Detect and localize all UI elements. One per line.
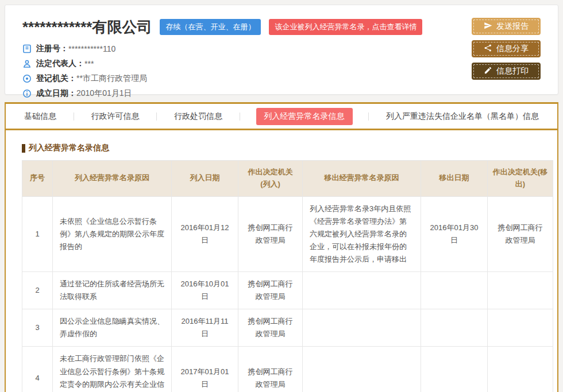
paper-plane-icon (484, 21, 492, 32)
abnormal-alert-badge[interactable]: 该企业被列入经营异常名录，点击查看详情 (269, 19, 422, 35)
print-info-button[interactable]: 信息打印 (472, 63, 541, 80)
column-header: 作出决定机关(移出) (488, 161, 553, 197)
info-row-legal-person: 法定代表人： *** (22, 56, 541, 71)
section-title: 列入经营异常名录信息 (29, 143, 109, 153)
registration-number-icon (22, 44, 32, 53)
table-cell: 未依照《企业信息公示暂行条例》第八条规定的期限公示年度报告的 (53, 196, 172, 271)
print-info-label: 信息打印 (496, 66, 529, 76)
table-row: 2通过登记的住所或者经营场所无法取得联系2016年10月01日携创网工商行政管理… (22, 272, 553, 309)
table-cell (303, 309, 421, 347)
table-cell (303, 347, 421, 392)
info-row-registry-authority: 登记机关： **市工商行政管理局 (22, 71, 541, 86)
table-cell: 列入经营异常名录3年内且依照《经营异常名录管理办法》第六规定被列入经营异常名录的… (303, 196, 421, 271)
column-header: 序号 (22, 161, 53, 197)
section-title-bar-icon (22, 144, 25, 153)
send-report-label: 发送报告 (496, 21, 529, 32)
table-cell (488, 272, 553, 309)
tab-divider (156, 112, 157, 121)
table-cell: 携创网工商行政管理局 (488, 196, 553, 271)
company-name-row: ************有限公司 存续（在营、开业、在册） 该企业被列入经营异常… (22, 19, 541, 35)
panel-content: 列入经营异常名录信息 序号列入经营异常名录原因列入日期作出决定机关(列入)移出经… (6, 130, 557, 392)
company-name: ************有限公司 (22, 20, 152, 34)
table-cell: 通过登记的住所或者经营场所无法取得联系 (53, 272, 172, 309)
abnormal-list-table: 序号列入经营异常名录原因列入日期作出决定机关(列入)移出经营异常名录原因移出日期… (22, 160, 553, 392)
table-cell: 2016年01月12日 (172, 196, 238, 271)
column-header: 列入日期 (172, 161, 238, 197)
table-row: 4未在工商行政管理部门依照《企业信息公示暂行条例》第十条规定责令的期限内公示有关… (22, 347, 553, 392)
column-header: 列入经营异常名录原因 (53, 161, 172, 197)
table-cell: 2017年01月01日 (172, 347, 238, 392)
info-value: 2010年01月1日 (76, 88, 132, 99)
column-header: 作出决定机关(列入) (238, 161, 303, 197)
table-cell: 1 (22, 196, 53, 271)
detail-panel: 基础信息 行政许可信息 行政处罚信息 列入经营异常名录信息 列入严重违法失信企业… (5, 102, 558, 392)
table-row: 3因公示企业信息隐瞒真实情况、弄虚作假的2016年11月11日携创网工商行政管理… (22, 309, 553, 347)
status-badge: 存续（在营、开业、在册） (160, 19, 261, 35)
table-cell: 2 (22, 272, 53, 309)
tab-blacklist[interactable]: 列入严重违法失信企业名单（黑名单）信息 (385, 108, 540, 125)
table-cell (303, 272, 421, 309)
column-header: 移出日期 (421, 161, 488, 197)
tab-admin-license[interactable]: 行政许可信息 (90, 108, 141, 125)
legal-person-icon (22, 59, 32, 68)
establish-date-icon (22, 89, 32, 98)
table-cell (421, 272, 488, 309)
info-value: **市工商行政管理局 (76, 73, 147, 84)
table-cell: 携创网工商行政管理局 (238, 309, 303, 347)
send-report-button[interactable]: 发送报告 (472, 18, 541, 35)
table-cell: 携创网工商行政管理局 (238, 347, 303, 392)
info-label: 登记机关： (36, 73, 76, 84)
share-nodes-icon (484, 44, 492, 54)
table-cell (421, 309, 488, 347)
tab-divider (368, 112, 369, 121)
table-cell: 4 (22, 347, 53, 392)
tab-admin-penalty[interactable]: 行政处罚信息 (173, 108, 223, 125)
table-cell: 3 (22, 309, 53, 347)
info-row-registration: 注册号： ***********110 (22, 41, 541, 56)
info-value: *** (84, 59, 94, 68)
info-value: ***********110 (68, 44, 115, 53)
section-title-row: 列入经营异常名录信息 (22, 143, 541, 153)
registry-authority-icon (22, 74, 32, 83)
table-header-row: 序号列入经营异常名录原因列入日期作出决定机关(列入)移出经营异常名录原因移出日期… (22, 161, 553, 197)
share-info-button[interactable]: 信息分享 (472, 40, 541, 57)
share-info-label: 信息分享 (496, 44, 529, 54)
pencil-icon (484, 66, 492, 76)
table-cell: 携创网工商行政管理局 (238, 196, 303, 271)
table-cell (488, 309, 553, 347)
table-row: 1未依照《企业信息公示暂行条例》第八条规定的期限公示年度报告的2016年01月1… (22, 196, 553, 271)
info-label: 注册号： (36, 44, 68, 54)
action-buttons: 发送报告 信息分享 信息打印 (472, 18, 541, 80)
table-cell: 因公示企业信息隐瞒真实情况、弄虚作假的 (53, 309, 172, 347)
tab-abnormal-list[interactable]: 列入经营异常名录信息 (256, 108, 353, 125)
info-label: 法定代表人： (36, 59, 84, 69)
table-cell: 携创网工商行政管理局 (238, 272, 303, 309)
tab-divider (240, 112, 240, 121)
table-cell: 2016年11月11日 (172, 309, 238, 347)
company-header-card: ************有限公司 存续（在营、开业、在册） 该企业被列入经营异常… (5, 5, 558, 95)
table-cell (421, 347, 488, 392)
table-cell: 未在工商行政管理部门依照《企业信息公示暂行条例》第十条规定责令的期限内公示有关企… (53, 347, 172, 392)
table-cell: 2016年10月01日 (172, 272, 238, 309)
info-label: 成立日期： (36, 88, 76, 99)
tab-basic-info[interactable]: 基础信息 (23, 108, 57, 125)
table-cell: 2016年01月30日 (421, 196, 488, 271)
tab-bar: 基础信息 行政许可信息 行政处罚信息 列入经营异常名录信息 列入严重违法失信企业… (6, 104, 557, 130)
info-row-establish-date: 成立日期： 2010年01月1日 (22, 86, 541, 101)
column-header: 移出经营异常名录原因 (303, 161, 421, 197)
table-cell (488, 347, 553, 392)
tab-divider (74, 112, 74, 121)
company-info-list: 注册号： ***********110 法定代表人： *** 登记机关： **市… (22, 41, 541, 101)
